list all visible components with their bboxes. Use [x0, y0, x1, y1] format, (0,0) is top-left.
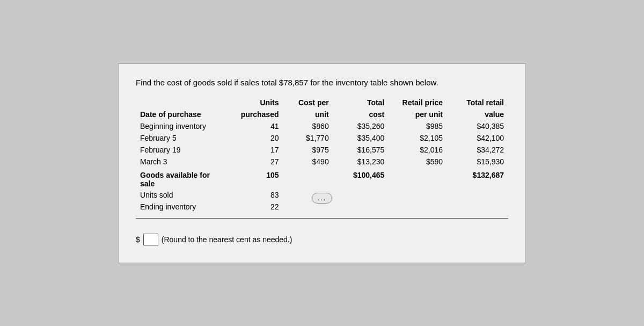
bottom-divider: [136, 218, 508, 219]
cell-totalretail-3: $15,930: [447, 156, 508, 168]
cell-total-1: $35,400: [333, 132, 389, 144]
ending-inventory-label: Ending inventory: [136, 201, 233, 213]
goods-available-cpu-empty: [283, 168, 333, 189]
cell-total-3: $13,230: [333, 156, 389, 168]
goods-available-retail-empty: [389, 168, 447, 189]
header-cost-per: Cost per: [283, 97, 333, 108]
table-row: February 5 20 $1,770 $35,400 $2,105 $42,…: [136, 132, 508, 144]
cell-label-3: March 3: [136, 156, 233, 168]
goods-available-total: $100,465: [333, 168, 389, 189]
cell-units-0: 41: [233, 120, 283, 132]
header-value: value: [447, 108, 508, 120]
header-date-empty: [136, 97, 233, 108]
cell-retail-1: $2,105: [389, 132, 447, 144]
cell-total-2: $16,575: [333, 144, 389, 156]
ellipsis-button[interactable]: ...: [312, 193, 332, 204]
units-sold-total-empty: [333, 189, 389, 201]
table-row: February 19 17 $975 $16,575 $2,016 $34,2…: [136, 144, 508, 156]
cell-units-1: 20: [233, 132, 283, 144]
header-unit: unit: [283, 108, 333, 120]
cell-cpu-0: $860: [283, 120, 333, 132]
cell-retail-2: $2,016: [389, 144, 447, 156]
header-units: Units: [233, 97, 283, 108]
table-row: March 3 27 $490 $13,230 $590 $15,930: [136, 156, 508, 168]
cell-totalretail-2: $34,272: [447, 144, 508, 156]
cell-totalretail-0: $40,385: [447, 120, 508, 132]
cell-cpu-3: $490: [283, 156, 333, 168]
header-cost: cost: [333, 108, 389, 120]
header-retail-price: Retail price: [389, 97, 447, 108]
header-total: Total: [333, 97, 389, 108]
units-sold-units: 83: [233, 189, 283, 201]
table-header-row1: Units Cost per Total Retail price Total …: [136, 97, 508, 108]
answer-instruction: (Round to the nearest cent as needed.): [162, 235, 292, 244]
header-total-retail: Total retail: [447, 97, 508, 108]
dollar-prefix: $: [136, 235, 140, 244]
ending-inventory-units: 22: [233, 201, 283, 213]
cell-retail-0: $985: [389, 120, 447, 132]
cell-cpu-2: $975: [283, 144, 333, 156]
goods-available-row: Goods available forsale 105 $100,465 $13…: [136, 168, 508, 189]
cell-label-2: February 19: [136, 144, 233, 156]
header-purchased: purchased: [233, 108, 283, 120]
units-sold-totalretail-empty: [447, 189, 508, 201]
cell-retail-3: $590: [389, 156, 447, 168]
cell-cpu-1: $1,770: [283, 132, 333, 144]
goods-available-units: 105: [233, 168, 283, 189]
cell-totalretail-1: $42,100: [447, 132, 508, 144]
cell-label-0: Beginning inventory: [136, 120, 233, 132]
goods-available-totalretail: $132,687: [447, 168, 508, 189]
table-row: Beginning inventory 41 $860 $35,260 $985…: [136, 120, 508, 132]
goods-available-label: Goods available forsale: [136, 168, 233, 189]
header-per-unit: per unit: [389, 108, 447, 120]
cell-total-0: $35,260: [333, 120, 389, 132]
answer-input-box[interactable]: [143, 234, 158, 245]
cell-units-3: 27: [233, 156, 283, 168]
units-sold-retail-empty: [389, 189, 447, 201]
problem-statement: Find the cost of goods sold if sales tot…: [136, 77, 508, 88]
answer-section: $ (Round to the nearest cent as needed.): [136, 234, 508, 245]
cell-units-2: 17: [233, 144, 283, 156]
header-date-of-purchase: Date of purchase: [136, 108, 233, 120]
main-card: Find the cost of goods sold if sales tot…: [118, 63, 526, 263]
cell-label-1: February 5: [136, 132, 233, 144]
units-sold-label: Units sold: [136, 189, 233, 201]
table-header-row2: Date of purchase purchased unit cost per…: [136, 108, 508, 120]
